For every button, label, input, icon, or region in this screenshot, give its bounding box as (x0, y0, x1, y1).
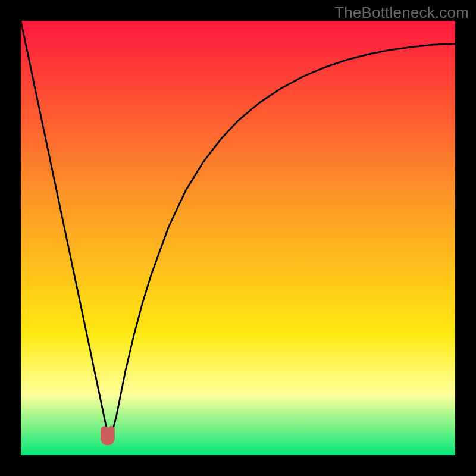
minimum-marker (104, 430, 111, 441)
attribution-label: TheBottleneck.com (334, 4, 469, 22)
plot-area (21, 21, 455, 455)
chart-frame: TheBottleneck.com (0, 0, 476, 476)
chart-svg (21, 21, 455, 455)
marker-u (104, 430, 111, 441)
gradient-background (21, 21, 455, 455)
